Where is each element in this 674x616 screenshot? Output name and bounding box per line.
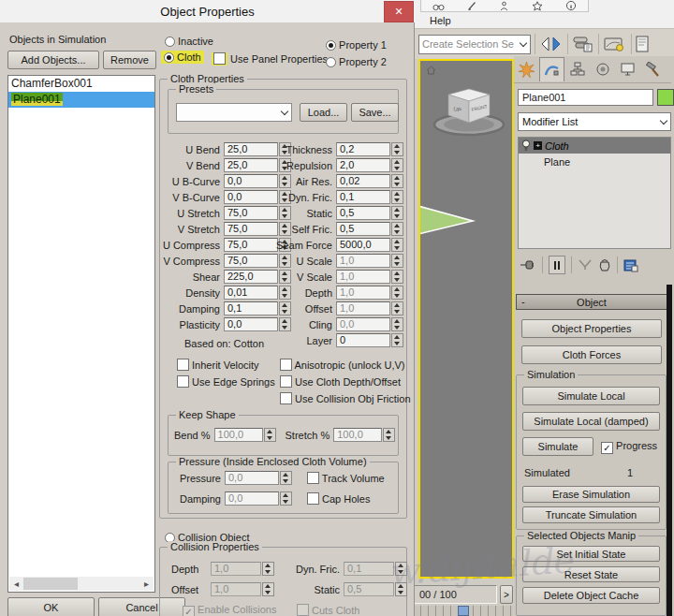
scroll-left-icon[interactable]: ◂ [9,577,23,591]
spinner[interactable] [391,222,403,236]
cloth-forces-button[interactable]: Cloth Forces [521,345,662,364]
spinner[interactable] [395,562,407,576]
cap-holes-checkbox[interactable]: Cap Holes [292,492,370,505]
list-horizontal-scrollbar[interactable]: ◂ ▸ [9,577,154,591]
list-item[interactable]: ChamferBox001 [8,76,154,92]
pen-icon[interactable] [467,1,477,11]
pin-stack-icon[interactable] [520,258,536,271]
tab-modify[interactable] [539,57,564,81]
mirror-icon[interactable] [539,36,564,52]
visibility-bulb-icon[interactable] [521,139,531,152]
viewcube[interactable]: UP FRONT [428,83,510,139]
simulate-local-button[interactable]: Simulate Local [522,387,660,405]
collision-dyn-fric-field[interactable]: 0,1 [344,562,394,576]
inherit-velocity-checkbox[interactable]: Inherit Velocity [177,359,259,371]
communication-person-icon[interactable] [499,1,509,11]
tab-hierarchy[interactable] [564,57,590,81]
help-info-icon[interactable] [565,0,577,11]
frame-number-field[interactable]: 00 / 100 [405,585,497,604]
collision-offset-field[interactable]: 1,0 [211,582,261,596]
track-volume-checkbox[interactable]: Track Volume [292,472,385,484]
object-rollout-header[interactable]: - Object [516,294,667,310]
spinner[interactable] [391,286,403,300]
spinner[interactable] [391,254,403,268]
param-field[interactable]: 1,0 [336,270,390,284]
param-field[interactable]: 0,0 [336,317,390,331]
stack-row-cloth[interactable]: + Cloth [519,138,670,154]
add-objects-button[interactable]: Add Objects... [7,51,99,69]
spinner[interactable] [391,190,403,204]
anisotropic-checkbox[interactable]: Anisotropic (unlock U,V) [280,359,404,371]
ok-button[interactable]: OK [7,597,95,616]
scrollbar-thumb[interactable] [23,578,78,590]
param-field[interactable]: 0,02 [336,174,390,188]
inactive-radio[interactable]: Inactive [165,36,213,47]
param-field[interactable]: 0,5 [336,222,390,236]
use-panel-properties-checkbox[interactable]: Use Panel Properties [212,52,328,65]
time-slider-thumb[interactable] [458,606,469,616]
panel-scrollbar[interactable] [667,285,672,616]
damping-field[interactable]: 0,0 [225,491,279,506]
close-button[interactable]: ✕ [384,1,414,22]
param-field[interactable]: 1,0 [336,254,390,268]
use-collision-obj-friction-checkbox[interactable]: Use Collision Obj Friction [280,392,411,404]
tab-utilities[interactable] [640,57,666,81]
plane-object[interactable] [418,201,478,241]
param-field[interactable]: 1,0 [336,301,390,315]
reset-state-button[interactable]: Reset State [522,566,660,582]
spinner[interactable] [262,562,274,576]
param-field[interactable]: 2,0 [336,158,390,172]
remove-button[interactable]: Remove [103,51,156,69]
objects-list[interactable]: ChamferBox001 Plane001 ◂ ▸ [7,75,155,593]
search-binoculars-icon[interactable] [432,1,445,11]
use-edge-springs-checkbox[interactable]: Use Edge Springs [177,375,275,388]
tab-display[interactable] [615,57,640,81]
curve-editor-icon[interactable] [603,35,627,53]
menu-help[interactable]: Help [415,15,451,26]
spinner[interactable] [280,471,292,485]
expand-plus-icon[interactable]: + [534,141,542,150]
set-initial-state-button[interactable]: Set Initial State [522,546,660,562]
param-field[interactable]: 5000,0 [336,238,390,252]
spinner[interactable] [391,206,403,220]
tab-motion[interactable] [590,57,615,81]
param-field[interactable]: 1,0 [336,286,390,300]
spinner[interactable] [391,270,403,284]
param-field[interactable]: 0 [336,333,390,347]
save-button[interactable]: Save... [351,103,399,122]
dialog-titlebar[interactable]: Object Properties ✕ [0,0,415,22]
pressure-field[interactable]: 0,0 [225,471,279,485]
param-field[interactable]: 0,1 [336,190,390,204]
presets-dropdown[interactable] [176,103,292,122]
cloth-radio[interactable]: Cloth [161,51,204,63]
object-properties-button[interactable]: Object Properties [521,319,662,338]
spinner[interactable] [391,333,403,347]
enable-collisions-checkbox[interactable]: ✓ Enable Collisions [183,604,276,616]
delete-object-cache-button[interactable]: Delete Object Cache [522,587,660,604]
show-end-result-icon[interactable] [549,256,565,274]
collision-depth-field[interactable]: 1,0 [211,562,261,576]
load-button[interactable]: Load... [300,103,347,122]
favorites-star-icon[interactable] [532,1,543,11]
use-cloth-depth-offset-checkbox[interactable]: Use Cloth Depth/Offset [280,375,401,388]
viewcube-home-icon[interactable] [426,66,436,75]
spinner[interactable] [391,174,403,188]
spinner[interactable] [391,317,403,331]
modifier-name[interactable]: Cloth [545,140,569,152]
stack-row-plane[interactable]: Plane [519,154,670,169]
spinner[interactable] [264,428,276,442]
bend-field[interactable]: 100,0 [214,428,263,442]
spinner[interactable] [383,428,395,442]
property2-radio[interactable]: Property 2 [326,56,387,67]
base-object-name[interactable]: Plane [544,156,570,168]
object-name-field[interactable]: Plane001 [518,89,653,106]
modifier-list-dropdown[interactable]: Modifier List [518,112,671,131]
spinner[interactable] [391,301,403,315]
scroll-right-icon[interactable]: ▸ [139,577,154,591]
list-item-selected[interactable]: Plane001 [8,92,154,108]
tab-create[interactable] [514,57,539,81]
truncate-simulation-button[interactable]: Truncate Simulation [522,506,660,523]
cuts-cloth-checkbox[interactable]: Cuts Cloth [297,604,359,616]
viewport[interactable]: UP FRONT [418,59,514,579]
property1-radio[interactable]: Property 1 [326,39,387,51]
